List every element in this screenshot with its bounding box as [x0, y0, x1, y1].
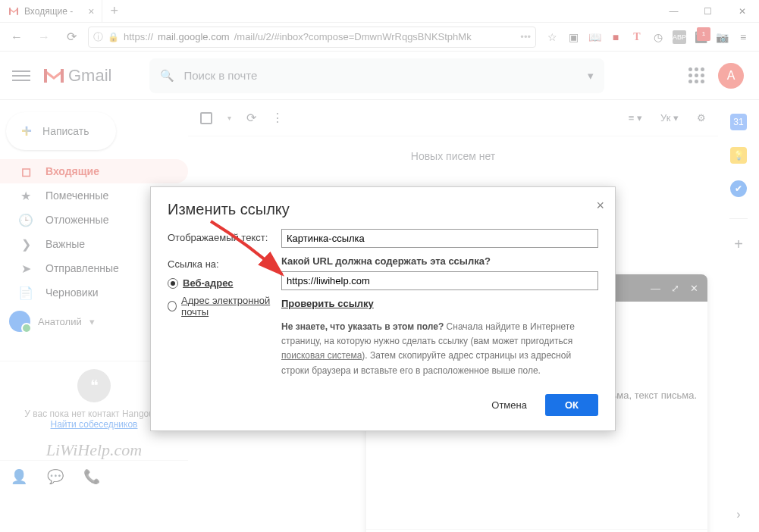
gmail-favicon-icon — [8, 5, 20, 17]
ext-icon-6[interactable]: ABP — [673, 30, 686, 44]
search-options-icon[interactable]: ▾ — [588, 69, 594, 83]
minimize-button[interactable]: — — [657, 0, 691, 23]
user-mini-avatar — [9, 311, 30, 332]
search-icon: 🔍 — [160, 69, 174, 83]
url-path: /mail/u/2/#inbox?compose=DmwnWrRqgsBNKSt… — [234, 31, 472, 42]
select-caret-icon[interactable]: ▾ — [227, 114, 231, 122]
folder-inbox[interactable]: ◻Входящие — [0, 159, 188, 183]
close-tab-icon[interactable]: × — [88, 5, 94, 17]
hangouts-link[interactable]: Найти собеседников — [51, 419, 138, 430]
forward-button: → — [33, 27, 55, 48]
radio-web-label: Веб-адрес — [183, 277, 234, 289]
draft-icon: 📄 — [18, 286, 33, 300]
compose-minimize-icon[interactable]: — — [651, 283, 660, 294]
menu-icon[interactable]: ≡ — [736, 30, 750, 44]
refresh-button[interactable]: ⟳ — [246, 111, 256, 125]
display-text-input[interactable] — [281, 229, 598, 248]
new-tab-button[interactable]: + — [102, 3, 126, 19]
gmail-logo-text: Gmail — [68, 66, 111, 86]
hperson-icon[interactable]: 👤 — [11, 468, 27, 485]
compose-button[interactable]: + Написать — [6, 112, 116, 150]
tasks-icon[interactable]: ✔ — [730, 180, 747, 197]
address-bar[interactable]: ⓘ 🔒 https://mail.google.com/mail/u/2/#in… — [88, 27, 536, 48]
importance-icon: ❯ — [18, 237, 33, 252]
star-icon: ★ — [18, 189, 33, 203]
hangouts-text: У вас пока нет контакт Hangouts. — [15, 408, 173, 419]
folder-label: Входящие — [45, 165, 99, 177]
folder-label: Отложенные — [45, 214, 108, 226]
sent-icon: ➤ — [18, 261, 33, 276]
browser-titlebar: Входящие - × + — ☐ ✕ — [0, 0, 759, 23]
ok-button[interactable]: ОК — [545, 394, 598, 416]
extension-icons: ☆ ▣ 📖 ■ T ◷ ABP ⬛1 📷 ≡ — [542, 30, 753, 44]
side-collapse-icon[interactable]: › — [736, 508, 740, 521]
user-avatar[interactable]: А — [718, 63, 744, 89]
test-link[interactable]: Проверить ссылку — [281, 298, 374, 309]
info-icon[interactable]: ⓘ — [93, 30, 103, 44]
watermark: LiWiHelp.com — [0, 440, 188, 460]
hangouts-tabs: 👤 💬 📞 — [0, 460, 188, 493]
gmail-logo-icon — [42, 67, 65, 84]
radio-web[interactable]: Веб-адрес — [168, 277, 281, 289]
ext-icon-1[interactable]: ▣ — [566, 30, 580, 44]
hcall-icon[interactable]: 📞 — [83, 468, 100, 485]
folder-label: Отправленные — [45, 262, 119, 274]
keep-icon[interactable]: 💡 — [730, 147, 747, 164]
link-to-label: Ссылка на: — [168, 258, 281, 270]
url-host: mail.google.com — [158, 31, 230, 42]
url-prefix: https:// — [124, 31, 153, 42]
ext-icon-2[interactable]: 📖 — [588, 30, 601, 44]
modal-close-button[interactable]: × — [596, 198, 604, 214]
ext-icon-5[interactable]: ◷ — [651, 30, 665, 44]
url-dots: ••• — [520, 31, 531, 42]
back-button[interactable]: ← — [6, 27, 27, 48]
hint-link[interactable]: поисковая система — [281, 350, 362, 361]
inbox-icon: ◻ — [18, 164, 33, 179]
no-mail-text: Новых писем нет — [188, 136, 718, 176]
gmail-header: Gmail 🔍 Поиск в почте ▾ А — [0, 52, 759, 100]
radio-email[interactable]: Адрес электронной почты — [168, 295, 281, 318]
settings-icon[interactable]: ⚙ — [697, 112, 706, 124]
folder-label: Черновики — [45, 286, 99, 299]
calendar-icon[interactable]: 31 — [730, 114, 747, 130]
radio-selected-icon — [168, 278, 178, 289]
plus-icon: + — [21, 120, 32, 142]
hchat-icon[interactable]: 💬 — [47, 468, 64, 485]
apps-launcher[interactable] — [688, 67, 704, 83]
radio-email-label: Адрес электронной почты — [181, 295, 281, 318]
ext-icon-4[interactable]: T — [630, 30, 644, 44]
cancel-button[interactable]: Отмена — [484, 393, 535, 417]
user-name: Анатолий — [38, 316, 82, 327]
ext-icon-8[interactable]: 📷 — [715, 30, 729, 44]
search-placeholder: Поиск в почте — [183, 69, 257, 82]
lock-icon: 🔒 — [108, 32, 119, 42]
ext-icon-7[interactable]: ⬛1 — [694, 30, 707, 44]
ext-icon-3[interactable]: ■ — [609, 30, 623, 44]
gmail-logo[interactable]: Gmail — [42, 66, 111, 86]
close-window-button[interactable]: ✕ — [725, 0, 759, 23]
edit-link-modal: × Изменить ссылку Отображаемый текст: Сс… — [150, 186, 616, 431]
search-box[interactable]: 🔍 Поиск в почте ▾ — [149, 58, 604, 93]
right-sidepanel: 31 💡 ✔ + › — [718, 100, 759, 532]
main-menu-button[interactable] — [12, 67, 30, 85]
window-controls: — ☐ ✕ — [657, 0, 759, 23]
star-icon[interactable]: ☆ — [545, 30, 559, 44]
avatar-letter: А — [727, 69, 735, 83]
modal-title: Изменить ссылку — [168, 201, 598, 218]
select-all-checkbox[interactable] — [200, 112, 212, 124]
side-add-button[interactable]: + — [734, 236, 743, 253]
hint-bold: Не знаете, что указать в этом поле? — [281, 321, 444, 332]
reload-button[interactable]: ⟳ — [61, 27, 82, 48]
maximize-button[interactable]: ☐ — [691, 0, 725, 23]
url-input[interactable] — [281, 271, 598, 290]
split-icon[interactable]: ≡ ▾ — [629, 112, 642, 124]
compose-close-icon[interactable]: ✕ — [690, 283, 698, 294]
more-button[interactable]: ⋮ — [271, 111, 284, 125]
url-question: Какой URL должна содержать эта ссылка? — [281, 255, 598, 267]
side-divider — [729, 218, 748, 219]
compose-expand-icon[interactable]: ⤢ — [671, 283, 679, 294]
browser-tab[interactable]: Входящие - × — [0, 0, 102, 23]
lang-label[interactable]: Ук ▾ — [660, 112, 679, 124]
user-caret-icon: ▾ — [89, 316, 95, 327]
hint-text: Не знаете, что указать в этом поле? Снач… — [281, 320, 598, 378]
